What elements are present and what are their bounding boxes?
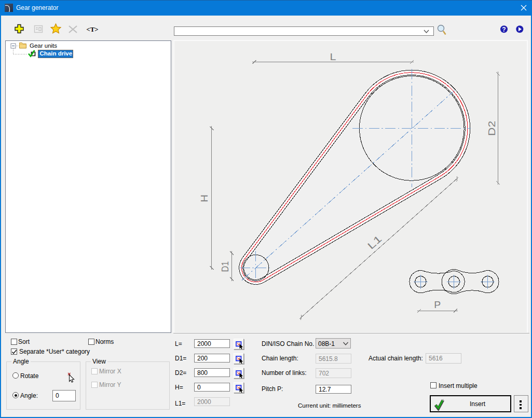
svg-text:<T>: <T>: [86, 25, 99, 33]
svg-text:D2: D2: [486, 121, 497, 136]
svg-text:L: L: [330, 51, 336, 62]
svg-text:?: ?: [502, 26, 506, 33]
svg-text:P: P: [434, 299, 441, 310]
svg-text:D1: D1: [220, 261, 230, 272]
svg-text:H: H: [199, 194, 210, 202]
svg-text:L1: L1: [365, 233, 384, 252]
